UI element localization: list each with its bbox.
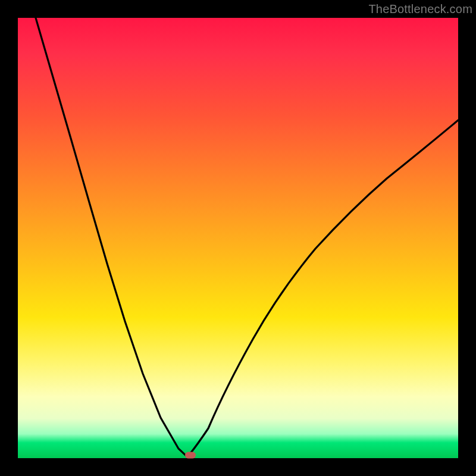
watermark-text: TheBottleneck.com bbox=[368, 2, 472, 16]
curve-right-branch bbox=[187, 120, 458, 457]
bottleneck-curve bbox=[18, 18, 458, 458]
chart-plot-area bbox=[18, 18, 458, 458]
curve-left-branch bbox=[36, 18, 187, 457]
optimum-marker bbox=[185, 452, 196, 458]
